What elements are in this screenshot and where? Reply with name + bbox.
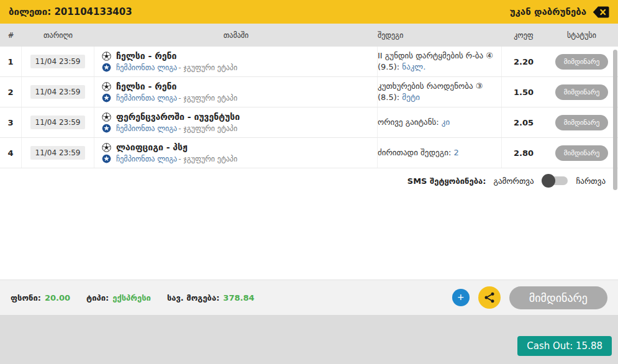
stake-group: ფსონი: 20.00	[11, 293, 70, 303]
summary-actions: + მიმდინარე	[452, 286, 607, 309]
share-button[interactable]	[478, 286, 501, 309]
table-row: 4 11/04 23:59 ლაიფციგი - პსჟ ჩემპიონთა ლ…	[0, 138, 618, 168]
teams-label: ფერენცვაროში - იუვენტუსი	[116, 112, 240, 122]
type-group: ტიპი: ექსპრესი	[86, 293, 151, 303]
scrollbar[interactable]	[613, 48, 617, 194]
toggle-knob	[542, 174, 555, 188]
league-link[interactable]: ჩემპიონთა ლიგა	[116, 155, 177, 163]
pick-value: 2	[453, 148, 458, 157]
bet-market: კუთხურების რაოდენობა ③ (8.5): მეტი	[378, 81, 495, 103]
col-header-odds: კოეფ	[502, 31, 545, 40]
market-label: II გუნდის დარტყმების რ-ბა ④ (9.5):	[378, 51, 493, 71]
table-header: # თარიღი თამაში შედეგი კოეფ სტატუსი	[0, 24, 618, 47]
teams-label: ჩელსი - რენი	[116, 81, 176, 91]
status-badge: მიმდინარე	[555, 145, 609, 161]
stage-label: - ჯგუფური ეტაპი	[178, 124, 237, 133]
sms-on-label: ჩართვა	[576, 176, 606, 186]
stake-value: 20.00	[45, 293, 70, 303]
status-badge: მიმდინარე	[555, 84, 609, 100]
add-button[interactable]: +	[452, 289, 470, 306]
date-badge: 11/04 23:59	[30, 85, 86, 99]
table-row: 3 11/04 23:59 ფერენცვაროში - იუვენტუსი ჩ…	[0, 107, 618, 138]
cashout-button[interactable]: Cash Out: 15.88	[517, 336, 612, 356]
summary-bar: ფსონი: 20.00 ტიპი: ექსპრესი სავ. მოგება:…	[0, 280, 618, 315]
status-badge: მიმდინარე	[555, 54, 609, 70]
sms-notification-row: SMS შეტყობინება: გამორთვა ჩართვა	[407, 166, 606, 196]
champions-league-icon	[102, 93, 111, 102]
champions-league-icon	[102, 154, 111, 163]
table-row: 2 11/04 23:59 ჩელსი - რენი ჩემპიონთა ლიგ…	[0, 77, 618, 107]
row-number: 3	[0, 107, 22, 137]
bet-market: ძირითადი შედეგი: 2	[378, 147, 459, 158]
stage-label: - ჯგუფური ეტაპი	[178, 63, 237, 72]
date-badge: 11/04 23:59	[30, 116, 86, 129]
date-badge: 11/04 23:59	[30, 55, 86, 68]
payout-group: სავ. მოგება: 378.84	[167, 293, 255, 303]
payout-value: 378.84	[223, 293, 254, 303]
odds-value: 2.80	[502, 148, 545, 158]
pick-value: კი	[442, 117, 450, 127]
row-number: 1	[0, 47, 22, 76]
league-link[interactable]: ჩემპიონთა ლიგა	[116, 63, 177, 72]
pick-value: მეტი	[402, 93, 420, 102]
bets-list: 1 11/04 23:59 ჩელსი - რენი ჩემპიონთა ლიგ…	[0, 47, 618, 168]
col-header-number: #	[0, 31, 22, 40]
pick-value: ნაკლ.	[402, 62, 425, 71]
table-row: 1 11/04 23:59 ჩელსი - რენი ჩემპიონთა ლიგ…	[0, 47, 618, 77]
payout-label: სავ. მოგება:	[167, 293, 219, 303]
col-header-result: შედეგი	[378, 31, 502, 40]
league-link[interactable]: ჩემპიონთა ლიგა	[116, 124, 177, 133]
col-header-status: სტატუსი	[545, 31, 618, 40]
odds-value: 2.05	[502, 118, 545, 127]
back-label: უკან დაბრუნება	[510, 6, 586, 17]
stage-label: - ჯგუფური ეტაპი	[178, 155, 237, 163]
footer: Cash Out: 15.88	[0, 315, 618, 364]
type-label: ტიპი:	[86, 293, 109, 303]
type-value: ექსპრესი	[112, 293, 151, 303]
date-badge: 11/04 23:59	[30, 146, 86, 160]
row-number: 4	[0, 138, 22, 168]
back-button[interactable]: უკან დაბრუნება	[510, 6, 609, 18]
stake-label: ფსონი:	[11, 293, 41, 303]
soccer-ball-icon	[102, 143, 111, 152]
backspace-icon	[593, 6, 609, 18]
market-label: კუთხურების რაოდენობა ③ (8.5):	[378, 81, 483, 102]
plus-icon: +	[458, 292, 465, 303]
soccer-ball-icon	[102, 112, 111, 122]
bet-market: ორივე გაიტანს: კი	[378, 117, 450, 128]
soccer-ball-icon	[102, 52, 111, 61]
ticket-title: ბილეთი: 201104133403	[9, 6, 132, 17]
topbar: ბილეთი: 201104133403 უკან დაბრუნება	[0, 0, 618, 24]
sms-off-label: გამორთვა	[493, 176, 534, 186]
odds-value: 2.20	[502, 57, 545, 66]
share-icon	[483, 291, 496, 304]
teams-label: ლაიფციგი - პსჟ	[116, 142, 188, 152]
sms-toggle[interactable]	[543, 176, 568, 185]
odds-value: 1.50	[502, 88, 545, 97]
scrollbar-thumb[interactable]	[613, 50, 617, 190]
league-link[interactable]: ჩემპიონთა ლიგა	[116, 94, 177, 102]
champions-league-icon	[102, 63, 111, 72]
row-number: 2	[0, 77, 22, 107]
col-header-game: თამაში	[94, 31, 378, 40]
champions-league-icon	[102, 124, 111, 133]
stage-label: - ჯგუფური ეტაპი	[178, 94, 237, 102]
sms-label: SMS შეტყობინება:	[407, 176, 486, 186]
col-header-date: თარიღი	[22, 31, 94, 40]
ticket-status-button: მიმდინარე	[509, 286, 607, 309]
status-badge: მიმდინარე	[555, 115, 609, 130]
market-label: ორივე გაიტანს:	[378, 117, 442, 127]
teams-label: ჩელსი - რენი	[116, 51, 176, 61]
soccer-ball-icon	[102, 82, 111, 91]
market-label: ძირითადი შედეგი:	[378, 148, 453, 157]
bet-market: II გუნდის დარტყმების რ-ბა ④ (9.5): ნაკლ.	[378, 50, 495, 73]
